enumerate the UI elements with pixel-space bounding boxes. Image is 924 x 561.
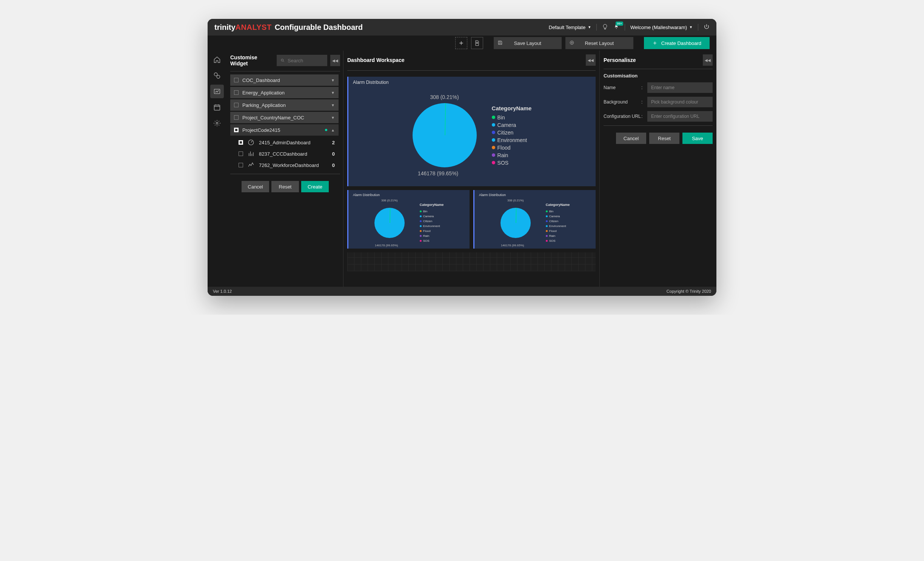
version-label: Ver 1.0.12	[213, 289, 232, 294]
tree-category[interactable]: COC_Dashboard▼	[230, 74, 339, 86]
notification-count: 99+	[616, 22, 623, 26]
legend-item: Environment	[546, 224, 570, 228]
legend-title: CategoryName	[546, 203, 570, 207]
chart-widget[interactable]: Alarm Distribution 308 (0.21%) 146178 (9…	[347, 77, 596, 186]
collapse-center-button[interactable]: ◀◀	[586, 54, 596, 66]
legend-item: Citizen	[492, 130, 532, 136]
widget-reset-button[interactable]: Reset	[271, 181, 299, 192]
pie-label-top: 308 (0.21%)	[381, 199, 398, 202]
legend-title: CategoryName	[420, 203, 444, 207]
background-label: Background	[604, 99, 641, 105]
personalize-cancel-button[interactable]: Cancel	[616, 133, 646, 144]
svg-point-0	[570, 41, 573, 44]
nav-dashboard[interactable]	[210, 85, 224, 98]
legend-item: Rain	[546, 234, 570, 238]
reset-layout-button[interactable]: Reset Layout	[565, 37, 633, 49]
collapse-right-button[interactable]: ◀◀	[703, 54, 713, 66]
pie-chart	[374, 208, 405, 238]
name-label: Name	[604, 85, 641, 90]
svg-rect-5	[214, 105, 220, 110]
workspace-grid[interactable]	[347, 252, 596, 271]
workspace-title: Dashboard Workspace	[347, 57, 464, 63]
legend-item: Citizen	[420, 219, 444, 223]
pie-label-top: 308 (0.21%)	[430, 94, 459, 100]
page-title: Configurable Dashboard	[275, 23, 363, 32]
widget-title: Alarm Distribution	[353, 193, 465, 197]
legend-item: Rain	[420, 234, 444, 238]
svg-point-3	[217, 75, 220, 78]
pie-chart	[500, 208, 531, 238]
search-input[interactable]	[288, 58, 323, 63]
right-panel-title: Personalisze	[604, 57, 650, 63]
nav-home[interactable]	[210, 53, 224, 66]
logo: trinityANALYST	[214, 23, 272, 32]
nav-calendar[interactable]	[210, 100, 224, 114]
user-dropdown[interactable]: Welcome (Malleshwaram) ▼	[630, 25, 693, 30]
tree-category[interactable]: Project_CountryName_COC▼	[230, 112, 339, 123]
legend-item: Camera	[420, 215, 444, 218]
legend-item: SOS	[492, 160, 532, 166]
widget-create-button[interactable]: Create	[301, 181, 329, 192]
svg-point-2	[214, 73, 217, 76]
pie-label-top: 308 (0.21%)	[507, 199, 524, 202]
legend-item: Bin	[492, 114, 532, 121]
pie-label-bottom: 146178 (99.65%)	[501, 244, 524, 247]
tree-sub-item[interactable]: 2415_AdminDashboard2	[235, 137, 339, 148]
legend-item: Environment	[420, 224, 444, 228]
svg-point-6	[216, 122, 218, 124]
svg-point-7	[281, 59, 283, 61]
legend-item: Environment	[492, 137, 532, 143]
tree-category[interactable]: Energy_Application▼	[230, 87, 339, 98]
name-input[interactable]	[647, 82, 713, 93]
nav-analytics[interactable]	[210, 69, 224, 82]
save-layout-button[interactable]: Save Layout	[494, 37, 562, 49]
widget-title: Alarm Distribution	[479, 193, 591, 197]
legend-item: Camera	[492, 122, 532, 128]
legend-item: Flood	[420, 229, 444, 233]
chart-widget[interactable]: Alarm Distribution 308 (0.21%) 146178 (9…	[347, 190, 470, 249]
notification-icon[interactable]: 99+	[613, 24, 619, 31]
personalize-save-button[interactable]: Save	[682, 133, 713, 144]
background-input[interactable]	[647, 97, 713, 107]
create-dashboard-button[interactable]: Create Dashboard	[644, 37, 710, 49]
personalize-reset-button[interactable]: Reset	[649, 133, 679, 144]
doc-button[interactable]	[471, 37, 483, 49]
tree-sub-item[interactable]: 7262_WorkforceDashboard0	[235, 159, 339, 171]
pie-label-bottom: 146178 (99.65%)	[375, 244, 398, 247]
legend-item: Flood	[492, 145, 532, 151]
left-panel-title: Customise Widget	[230, 54, 274, 66]
legend-item: Rain	[492, 152, 532, 158]
bulb-icon[interactable]	[602, 24, 608, 31]
legend-item: Flood	[546, 229, 570, 233]
customisation-section-title: Customisation	[604, 73, 713, 79]
legend-item: SOS	[546, 239, 570, 243]
svg-point-1	[571, 42, 573, 43]
legend-item: SOS	[420, 239, 444, 243]
widget-search[interactable]	[277, 55, 328, 66]
collapse-left-button[interactable]: ◀◀	[330, 55, 340, 66]
legend-item: Citizen	[546, 219, 570, 223]
widget-cancel-button[interactable]: Cancel	[242, 181, 269, 192]
pie-chart	[413, 103, 477, 167]
tree-category[interactable]: Parking_Application▼	[230, 99, 339, 111]
nav-settings[interactable]	[210, 116, 224, 130]
config-url-label: Configuration URL	[604, 114, 641, 119]
power-icon[interactable]	[704, 24, 710, 31]
add-widget-button[interactable]	[455, 37, 467, 49]
copyright-label: Copyright © Trinity 2020	[667, 289, 711, 294]
config-url-input[interactable]	[647, 111, 713, 122]
legend-item: Camera	[546, 215, 570, 218]
legend-item: Bin	[546, 210, 570, 213]
tree-category[interactable]: ProjectCode2415▲	[230, 124, 339, 136]
legend-item: Bin	[420, 210, 444, 213]
tree-sub-item[interactable]: 8237_CCCDashboard0	[235, 148, 339, 159]
legend-title: CategoryName	[492, 105, 532, 111]
chart-widget[interactable]: Alarm Distribution 308 (0.21%) 146178 (9…	[473, 190, 596, 249]
widget-title: Alarm Distribution	[353, 80, 591, 85]
pie-label-bottom: 146178 (99.65%)	[418, 170, 458, 176]
template-dropdown[interactable]: Default Template ▼	[549, 25, 591, 30]
